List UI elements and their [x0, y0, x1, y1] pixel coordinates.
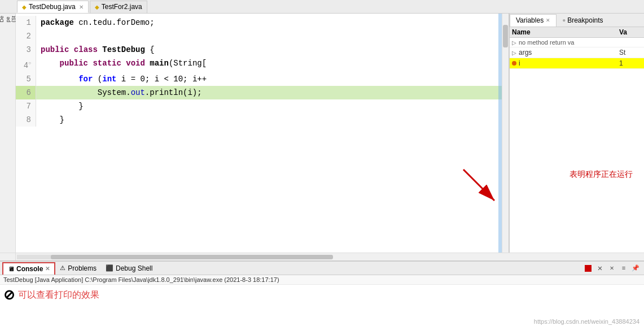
tab-variables-label: Variables [516, 16, 544, 24]
java-file-icon: ◆ [22, 4, 27, 10]
code-editor[interactable]: 1 package cn.tedu.forDemo; 2 3 public cl… [16, 14, 502, 253]
scroll-lock-button[interactable]: ≡ [619, 263, 629, 273]
line-number-5: 5 [16, 72, 36, 86]
code-line-7: 7 } [16, 99, 502, 113]
code-line-8: 8 } [16, 113, 502, 127]
tab-testdebug-label: TestDebug.java [29, 3, 76, 11]
tab-bar: ◆ TestDebug.java ✕ ◆ TestFor2.java [0, 0, 644, 14]
var-expand-args: ▷ [512, 50, 516, 56]
code-line-3: 3 public class TestDebug { [16, 43, 502, 56]
debug-shell-icon: ⬛ [106, 264, 113, 272]
vertical-scrollbar[interactable] [502, 14, 509, 253]
console-icon: 🖥 [8, 266, 14, 272]
console-zero-icon: ⊘ [3, 287, 15, 303]
tab-console-close[interactable]: ✕ [45, 266, 50, 272]
variables-panel: Variables ✕ ● Breakpoints Name Va ▷ no m… [509, 14, 644, 253]
h-scroll-track[interactable] [17, 255, 135, 259]
var-expand-no-method: ▷ [512, 40, 516, 46]
tab-breakpoints-label: Breakpoints [567, 16, 603, 24]
variables-table-body: ▷ no method return va ▷ args St i 1 [510, 38, 644, 253]
pin-button[interactable]: 📌 [630, 263, 641, 273]
tab-testdebug-close[interactable]: ✕ [79, 4, 84, 10]
tab-breakpoints[interactable]: ● Breakpoints [557, 14, 608, 27]
tab-console-label: Console [16, 265, 43, 273]
bottom-toolbar: ✕ ✕ ≡ 📌 [583, 263, 644, 273]
bottom-tabs: 🖥 Console ✕ ⚠ Problems ⬛ Debug Shell ✕ ✕… [0, 262, 644, 275]
code-line-1: 1 package cn.tedu.forDemo; [16, 16, 502, 29]
line-number-7: 7 [16, 99, 36, 113]
var-val-args: St [619, 49, 642, 56]
console-header: TestDebug [Java Application] C:\Program … [0, 275, 644, 285]
line-content-2 [36, 29, 45, 43]
var-header-val: Va [619, 28, 642, 36]
code-line-5: 5 for (int i = 0; i < 10; i++ [16, 72, 502, 86]
code-line-6: 6 System.out.println(i); [16, 86, 502, 99]
h-scroll-left-pad [0, 253, 16, 260]
tab-problems-label: Problems [68, 264, 97, 272]
line-number-8: 8 [16, 113, 36, 127]
tab-testdebug[interactable]: ◆ TestDebug.java ✕ [17, 1, 89, 13]
bottom-panel: 🖥 Console ✕ ⚠ Problems ⬛ Debug Shell ✕ ✕… [0, 260, 644, 326]
scroll-thumb[interactable] [503, 25, 508, 47]
var-name-i: i [519, 59, 619, 67]
problems-icon: ⚠ [60, 264, 65, 272]
variables-table-header: Name Va [510, 27, 644, 38]
code-line-4: 4○ public static void main(String[ [16, 56, 502, 72]
var-val-i: 1 [619, 59, 642, 67]
var-header-name: Name [512, 28, 619, 36]
var-row-no-method: ▷ no method return va [510, 38, 644, 47]
tab-variables[interactable]: Variables ✕ [510, 14, 557, 27]
line-content-6: System.out.println(i); [36, 86, 202, 99]
code-content: 1 package cn.tedu.forDemo; 2 3 public cl… [16, 14, 502, 129]
line-content-3: public class TestDebug { [36, 43, 155, 56]
clear-button[interactable]: ✕ [607, 263, 617, 273]
line-number-1: 1 [16, 16, 36, 29]
var-bullet-i [512, 61, 516, 66]
watermark: https://blog.csdn.net/weixin_43884234 [534, 318, 639, 325]
horizontal-scrollbar[interactable] [0, 253, 644, 260]
stop-button[interactable] [583, 263, 593, 273]
svg-rect-0 [585, 265, 592, 272]
tab-testfor2[interactable]: ◆ TestFor2.java [90, 1, 147, 13]
code-line-2: 2 [16, 29, 502, 43]
tab-debug-shell-label: Debug Shell [116, 264, 152, 272]
sidebar-label-de: De [0, 16, 5, 23]
h-scroll-thumb[interactable] [51, 255, 333, 259]
java-file-icon-2: ◆ [95, 4, 99, 10]
tab-problems[interactable]: ⚠ Problems [55, 262, 101, 275]
line-number-3: 3 [16, 43, 36, 56]
line-number-4: 4○ [16, 56, 36, 72]
var-name-no-method: no method return va [519, 39, 619, 46]
line-content-1: package cn.tedu.forDemo; [36, 16, 155, 29]
line-content-5: for (int i = 0; i < 10; i++ [36, 72, 207, 86]
stop-icon [585, 265, 592, 272]
left-sidebar: tio De pe (St jdk [0, 14, 16, 253]
tab-variables-close[interactable]: ✕ [546, 18, 550, 23]
line-content-8: } [36, 113, 64, 127]
line-number-2: 2 [16, 29, 36, 43]
console-output-text: 可以查看打印的效果 [18, 289, 99, 301]
sidebar-label-pe: pe [5, 16, 11, 23]
main-layout: tio De pe (St jdk 1 package cn.tedu.forD… [0, 14, 644, 253]
annotation-text: 表明程序正在运行 [569, 169, 633, 180]
line-number-6: 6 [16, 86, 36, 99]
tab-debug-shell[interactable]: ⬛ Debug Shell [101, 262, 157, 275]
right-panel-tabs: Variables ✕ ● Breakpoints [510, 14, 644, 27]
breakpoints-icon: ● [562, 17, 566, 23]
var-row-i: i 1 [510, 58, 644, 69]
tab-testfor2-label: TestFor2.java [102, 3, 142, 11]
var-row-args: ▷ args St [510, 47, 644, 58]
line-content-7: } [36, 99, 84, 113]
terminate-button[interactable]: ✕ [595, 263, 605, 273]
tab-console[interactable]: 🖥 Console ✕ [2, 262, 55, 275]
var-name-args: args [519, 49, 619, 56]
line-content-4: public static void main(String[ [36, 56, 207, 72]
